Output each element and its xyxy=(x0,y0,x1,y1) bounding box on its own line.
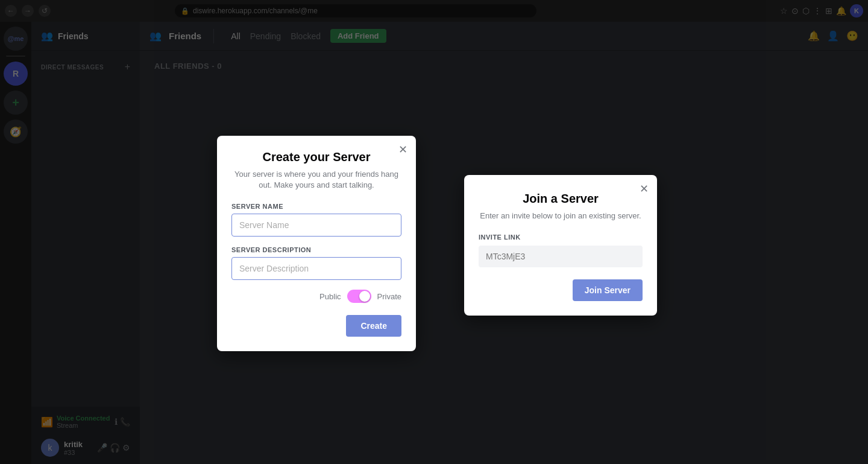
join-modal-subtitle: Enter an invite below to join an existin… xyxy=(479,211,643,221)
server-description-label: Server Description xyxy=(231,246,401,253)
server-name-input[interactable] xyxy=(231,214,401,237)
join-modal-title: Join a Server xyxy=(479,192,643,206)
join-modal-close-button[interactable]: ✕ xyxy=(640,182,649,195)
create-modal-title: Create your Server xyxy=(231,150,401,164)
create-modal-subtitle: Your server is where you and your friend… xyxy=(231,169,401,191)
visibility-toggle[interactable] xyxy=(347,290,371,303)
create-server-button[interactable]: Create xyxy=(346,315,401,337)
server-name-label: Server Name xyxy=(231,203,401,210)
create-modal-close-button[interactable]: ✕ xyxy=(398,143,407,156)
toggle-knob xyxy=(359,291,370,302)
visibility-toggle-row: Public Private xyxy=(231,290,401,303)
server-description-input[interactable] xyxy=(231,257,401,280)
invite-link-label: INVITE LINK xyxy=(479,234,643,241)
invite-link-input[interactable] xyxy=(479,246,643,267)
public-label: Public xyxy=(319,292,341,301)
create-server-modal: ✕ Create your Server Your server is wher… xyxy=(217,136,416,351)
modal-overlay[interactable] xyxy=(0,0,868,464)
join-server-button[interactable]: Join Server xyxy=(573,279,643,301)
private-label: Private xyxy=(377,292,401,301)
join-server-modal: ✕ Join a Server Enter an invite below to… xyxy=(464,175,657,316)
